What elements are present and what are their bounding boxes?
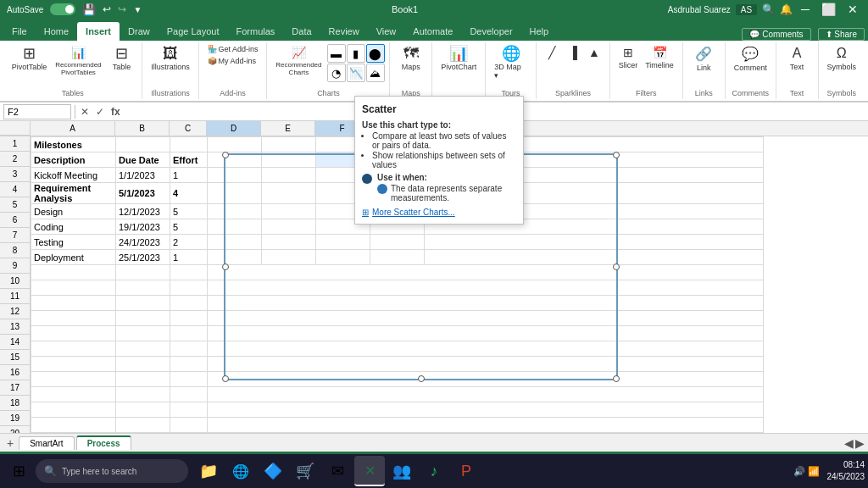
tab-home[interactable]: Home <box>36 22 77 41</box>
row-header-7[interactable]: 7 <box>0 228 31 243</box>
column-chart-button[interactable]: ▮ <box>347 44 365 63</box>
taskbar-clock[interactable]: 08:14 24/5/2023 <box>827 459 865 483</box>
tab-data[interactable]: Data <box>283 22 320 41</box>
tab-help[interactable]: Help <box>521 22 558 41</box>
cell-a1[interactable]: Milestones <box>31 137 116 152</box>
cell-e1[interactable] <box>262 137 316 152</box>
autosave-toggle[interactable] <box>50 3 75 15</box>
cell-c19[interactable] <box>170 418 208 433</box>
col-header-c[interactable]: C <box>170 121 207 136</box>
row-header-6[interactable]: 6 <box>0 213 31 228</box>
scatter-chart-button[interactable]: ⬤ <box>366 44 385 63</box>
row-header-18[interactable]: 18 <box>0 396 31 411</box>
cell-a7[interactable]: Testing <box>31 235 116 250</box>
cell-b16[interactable] <box>116 372 170 387</box>
row-header-1[interactable]: 1 <box>0 136 31 152</box>
symbols-button[interactable]: Ω Symbols <box>824 44 860 73</box>
pivottable-button[interactable]: ⊞ PivotTable <box>8 44 51 73</box>
cell-b5[interactable]: 12/1/2023 <box>116 204 170 219</box>
cell-b3[interactable]: 1/1/2023 <box>116 168 170 183</box>
maps-button[interactable]: 🗺 Maps <box>396 44 426 73</box>
table-button[interactable]: ⊟ Table <box>107 44 137 73</box>
cell-c4[interactable]: 4 <box>170 183 208 204</box>
winloss-sparkline-button[interactable]: ▲ <box>584 44 604 61</box>
cell-a20[interactable] <box>31 433 116 434</box>
row-header-10[interactable]: 10 <box>0 274 31 289</box>
get-addins-button[interactable]: 🏪 Get Add-ins <box>204 44 262 54</box>
cell-a16[interactable] <box>31 372 116 387</box>
system-tray[interactable]: 🔊 📶 <box>793 466 820 477</box>
customize-icon[interactable]: ▼ <box>133 5 142 14</box>
cell-a13[interactable] <box>31 326 116 341</box>
row-header-16[interactable]: 16 <box>0 365 31 380</box>
row-header-5[interactable]: 5 <box>0 197 31 213</box>
save-icon[interactable]: 💾 <box>82 3 96 16</box>
taskbar-mail[interactable]: ✉ <box>322 456 353 486</box>
cell-c17[interactable] <box>170 387 208 402</box>
insert-function-icon[interactable]: fx <box>109 106 122 118</box>
cell-a12[interactable] <box>31 311 116 326</box>
cell-a2[interactable]: Description <box>31 152 116 168</box>
cell-c6[interactable]: 5 <box>170 219 208 235</box>
taskbar-chrome[interactable]: 🌐 <box>225 456 256 486</box>
tab-draw[interactable]: Draw <box>120 22 159 41</box>
name-box[interactable]: F2 <box>3 104 71 119</box>
row-header-15[interactable]: 15 <box>0 350 31 365</box>
sheet-tab-smartart[interactable]: SmartArt <box>19 436 74 450</box>
slicer-button[interactable]: ⊞ Slicer <box>615 44 642 71</box>
row-header-20[interactable]: 20 <box>0 426 31 433</box>
handle-mr[interactable] <box>613 263 620 270</box>
row-header-2[interactable]: 2 <box>0 152 31 167</box>
ribbon-expand-icon[interactable]: 🔔 <box>780 3 793 15</box>
cell-a18[interactable] <box>31 402 116 418</box>
row-header-3[interactable]: 3 <box>0 167 31 182</box>
col-header-b[interactable]: B <box>115 121 170 136</box>
taskbar-edge[interactable]: 🔷 <box>258 456 288 486</box>
row-header-14[interactable]: 14 <box>0 335 31 350</box>
cell-a17[interactable] <box>31 387 116 402</box>
tab-review[interactable]: Review <box>320 22 368 41</box>
comment-button[interactable]: 💬 Comment <box>731 44 771 74</box>
cell-d1[interactable] <box>208 137 262 152</box>
col-header-e[interactable]: E <box>261 121 315 136</box>
confirm-formula-icon[interactable]: ✓ <box>94 106 106 118</box>
cell-c18[interactable] <box>170 402 208 418</box>
cell-c15[interactable] <box>170 357 208 372</box>
cell-b10[interactable] <box>116 280 170 296</box>
cell-b8[interactable]: 25/1/2023 <box>116 250 170 265</box>
handle-ml[interactable] <box>222 263 229 270</box>
cell-c1[interactable] <box>170 137 208 152</box>
cell-b18[interactable] <box>116 402 170 418</box>
taskbar-powerpoint[interactable]: P <box>451 456 481 486</box>
cell-a11[interactable] <box>31 296 116 311</box>
cell-b19[interactable] <box>116 418 170 433</box>
taskbar-explorer[interactable]: 📁 <box>193 456 224 486</box>
illustrations-button[interactable]: 🖼 Illustrations <box>147 44 193 73</box>
cell-c11[interactable] <box>170 296 208 311</box>
cell-c2[interactable]: Effort <box>170 152 208 168</box>
tab-file[interactable]: File <box>3 22 36 41</box>
timeline-button[interactable]: 📅 Timeline <box>642 44 677 71</box>
comments-btn[interactable]: 💬 Comments <box>742 28 810 41</box>
start-button[interactable]: ⊞ <box>3 456 34 486</box>
column-sparkline-button[interactable]: ▐ <box>563 44 583 61</box>
row-header-12[interactable]: 12 <box>0 304 31 319</box>
cell-c5[interactable]: 5 <box>170 204 208 219</box>
taskbar-teams[interactable]: 👥 <box>387 456 417 486</box>
text-button[interactable]: A Text <box>782 44 812 73</box>
cell-b2[interactable]: Due Date <box>116 152 170 168</box>
cell-b6[interactable]: 19/1/2023 <box>116 219 170 235</box>
cell-b12[interactable] <box>116 311 170 326</box>
share-btn[interactable]: ⬆ Share <box>818 28 865 41</box>
recommended-pivottables-button[interactable]: 📊 RecommendedPivotTables <box>52 44 104 78</box>
col-header-a[interactable]: A <box>31 121 115 136</box>
restore-button[interactable]: ⬜ <box>818 3 839 16</box>
more-scatter-charts-link[interactable]: ⊞ More Scatter Charts... <box>362 208 516 217</box>
link-button[interactable]: 🔗 Link <box>688 44 719 74</box>
cell-c20[interactable] <box>170 433 208 434</box>
3dmap-button[interactable]: 🌐 3D Map ▾ <box>491 44 531 81</box>
handle-bl[interactable] <box>222 375 229 382</box>
row-header-4[interactable]: 4 <box>0 182 31 197</box>
cell-b17[interactable] <box>116 387 170 402</box>
row-header-17[interactable]: 17 <box>0 380 31 396</box>
